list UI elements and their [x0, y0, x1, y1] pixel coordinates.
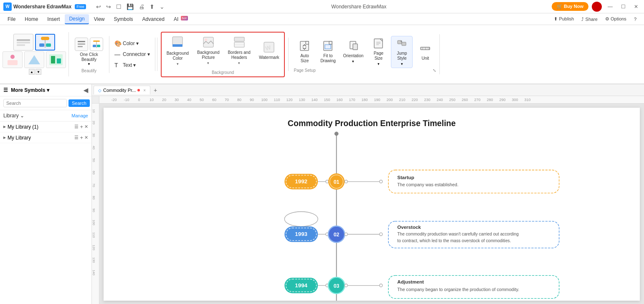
- orientation-btn[interactable]: Orientation ▾: [340, 39, 366, 65]
- lib-close-1[interactable]: ✕: [84, 124, 88, 129]
- ruler-marks: -20 -10 0 10 20 30 40 50 60 70 80 90 100…: [99, 98, 534, 102]
- search-button[interactable]: Search: [68, 99, 90, 107]
- background-picture-btn[interactable]: BackgroundPicture ▾: [195, 35, 222, 67]
- expand-icon-1: ▶: [3, 125, 6, 129]
- ruler-corner: [92, 96, 99, 104]
- window-title: Wondershare EdrawMax: [166, 4, 552, 10]
- orientation-icon: [348, 41, 359, 53]
- ruler-mark: 150: [321, 98, 333, 102]
- scroll-up-btn[interactable]: ▲: [29, 69, 35, 75]
- menu-advanced[interactable]: Advanced: [138, 15, 169, 24]
- ruler-mark: 240: [434, 98, 446, 102]
- color-btn[interactable]: 🎨 Color ▾: [113, 39, 152, 48]
- manage-btn[interactable]: Manage: [71, 113, 88, 118]
- one-click-preview-2[interactable]: [35, 34, 55, 51]
- lib-add-1[interactable]: +: [80, 124, 83, 130]
- jump-style-btn[interactable]: JumpStyle ▾: [391, 36, 413, 68]
- more-btn[interactable]: ⌄: [158, 3, 166, 11]
- ribbon: ▲ ▼: [0, 25, 644, 84]
- ribbon-group-one-click: ▲ ▼: [0, 32, 69, 76]
- print-btn[interactable]: 🖨: [137, 3, 146, 11]
- bg-picture-arrow: ▾: [207, 61, 209, 65]
- one-click-preview-1[interactable]: [13, 34, 33, 51]
- page-size-btn[interactable]: PageSize ▾: [368, 36, 389, 68]
- conn-circle-left-1: [326, 180, 329, 183]
- library-title: Library ⌄: [3, 113, 71, 119]
- menu-home[interactable]: Home: [20, 15, 42, 24]
- menu-insert[interactable]: Insert: [43, 15, 64, 24]
- redo-btn[interactable]: ↪: [104, 3, 113, 11]
- sidebar-icon: ☰: [3, 87, 8, 93]
- menu-ai[interactable]: AI hot: [170, 15, 192, 24]
- buy-now-button[interactable]: 🛒 Buy Now: [552, 2, 588, 11]
- info-text-1: The company was established.: [397, 182, 458, 187]
- sidebar-collapse-btn[interactable]: ◀: [84, 87, 88, 94]
- titlebar-right: 🛒 Buy Now — ☐ ✕: [552, 2, 641, 12]
- free-badge: Free: [75, 4, 86, 9]
- scroll-down-btn[interactable]: ▼: [35, 69, 41, 75]
- auto-size-btn[interactable]: AutoSize: [294, 39, 315, 65]
- lib-copy-2[interactable]: ☰: [74, 135, 79, 140]
- menu-file[interactable]: File: [3, 15, 20, 24]
- watermark-btn[interactable]: W Watermark: [256, 40, 282, 62]
- page-setup-group: AutoSize Fit toDrawing: [290, 34, 440, 74]
- ruler-mark: 180: [358, 98, 371, 102]
- tab-close-btn[interactable]: ×: [143, 88, 146, 93]
- user-avatar[interactable]: [592, 2, 602, 12]
- menu-design[interactable]: Design: [65, 14, 89, 24]
- conn-circle-right-1: [345, 180, 347, 183]
- publish-btn[interactable]: ⬆ Publish: [551, 15, 576, 23]
- help-btn[interactable]: ?: [631, 15, 639, 23]
- text-btn[interactable]: T Text ▾: [113, 61, 152, 69]
- ruler-mark: 280: [484, 98, 496, 102]
- lib-close-2[interactable]: ✕: [84, 135, 88, 140]
- ruler-mark: 40: [183, 98, 195, 102]
- export-btn[interactable]: ⬆: [148, 3, 156, 11]
- my-library-1-item[interactable]: ▶ My Library (1) ☰ + ✕: [0, 122, 91, 132]
- add-tab-btn[interactable]: +: [150, 85, 160, 95]
- minimize-btn[interactable]: —: [605, 3, 615, 10]
- one-click-preview-4[interactable]: [24, 51, 44, 68]
- ruler-mark: 100: [258, 98, 271, 102]
- fit-to-drawing-btn[interactable]: Fit toDrawing: [317, 39, 339, 65]
- menu-symbols[interactable]: Symbols: [110, 15, 137, 24]
- share-btn[interactable]: ⤴ Share: [579, 15, 600, 23]
- connector-btn[interactable]: — Connector ▾: [113, 50, 152, 58]
- sidebar-header: ☰ More Symbols ▾ ◀: [0, 84, 91, 96]
- undo-btn[interactable]: ↩: [94, 3, 103, 11]
- new-doc-btn[interactable]: ☐: [114, 3, 123, 11]
- search-input[interactable]: [3, 99, 67, 107]
- one-click-preview-3[interactable]: [3, 51, 23, 68]
- options-btn[interactable]: ⚙ Options: [603, 15, 629, 23]
- v-mark: 140: [92, 266, 96, 279]
- one-click-beautify-btn[interactable]: One ClickBeautify ▼: [71, 36, 106, 68]
- lib-copy-1[interactable]: ☰: [74, 124, 79, 129]
- top-right-actions: ⬆ Publish ⤴ Share ⚙ Options ?: [546, 15, 644, 23]
- v-mark: 80: [92, 191, 96, 204]
- lib-add-2[interactable]: +: [80, 134, 83, 141]
- unit-btn[interactable]: Unit: [414, 41, 436, 63]
- ai-hot-badge: hot: [181, 16, 188, 20]
- tab-unsaved-dot: [137, 89, 140, 91]
- svg-rect-24: [234, 37, 244, 41]
- save-btn[interactable]: 💾: [125, 3, 135, 11]
- info-text-2b: to contract, which led to the mass overs…: [397, 238, 511, 243]
- my-library-2-item[interactable]: ▶ My Library ☰ + ✕: [0, 132, 91, 143]
- svg-rect-32: [329, 41, 332, 44]
- borders-headers-btn[interactable]: Borders andHeaders ▾: [225, 35, 253, 67]
- canvas-viewport[interactable]: Commodity Production Enterprise Timeline…: [99, 104, 644, 304]
- tab-commodity[interactable]: ◇ Commodity Pr... ×: [94, 86, 150, 94]
- fit-icon: [322, 41, 333, 53]
- svg-rect-18: [93, 45, 96, 47]
- one-click-preview-5[interactable]: [46, 51, 66, 68]
- v-mark: 110: [92, 229, 96, 241]
- restore-btn[interactable]: ☐: [619, 3, 628, 10]
- conn-circle-right-3: [345, 284, 347, 287]
- close-btn[interactable]: ✕: [631, 3, 641, 10]
- background-color-btn[interactable]: BackgroundColor ▾: [164, 34, 191, 68]
- svg-rect-15: [78, 46, 83, 47]
- bg-picture-label: BackgroundPicture: [197, 50, 219, 60]
- page-setup-expand[interactable]: ⤡: [433, 68, 436, 73]
- fit-label: Fit toDrawing: [320, 53, 336, 63]
- menu-view[interactable]: View: [90, 15, 109, 24]
